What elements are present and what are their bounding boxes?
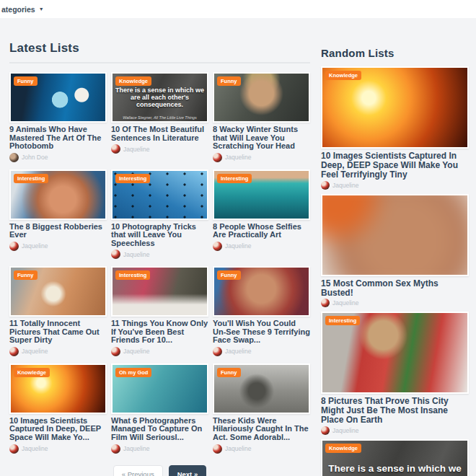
author-name[interactable]: Jaqueline [123,348,149,355]
card-image-link[interactable]: Funny [213,363,310,414]
card-title[interactable]: 11 Things You Know Only If You've Been B… [111,319,208,345]
card-image-link[interactable]: Oh my God [111,363,208,414]
author-name[interactable]: Jaqueline [332,427,358,434]
card-image-link[interactable]: Knowledge There is a sense in which we a… [111,72,208,123]
card-image-link[interactable]: Interesting [111,169,208,220]
card-image-link[interactable]: Interesting [9,169,107,220]
chevron-down-icon: ▼ [39,6,44,12]
avatar [213,444,222,454]
card-image: Funny [11,268,105,315]
avatar [111,250,120,259]
card-title[interactable]: You'll Wish You Could Un-See These 9 Ter… [213,319,310,345]
category-badge[interactable]: Knowledge [115,76,151,86]
category-badge[interactable]: Interesting [217,174,252,183]
category-badge[interactable]: Funny [14,76,38,86]
author-name[interactable]: Jaqueline [22,445,48,452]
card-image-link[interactable]: Funny [213,266,310,317]
card-title[interactable]: 8 Pictures That Prove This City Might Ju… [321,397,469,426]
card-title[interactable]: These Kids Were Hilariously Caught In Th… [213,417,310,442]
card-image-link[interactable]: Funny [9,72,107,123]
author-name[interactable]: Jaqueline [225,154,251,161]
list-card: Knowledge There is a sense in which we a… [111,72,208,162]
card-title[interactable]: 10 Photography Tricks that will Leave Yo… [111,223,208,248]
category-badge[interactable]: Funny [217,368,241,377]
card-image-link[interactable]: Interesting [111,266,208,317]
card-title[interactable]: The 8 Biggest Robberies Ever [9,223,107,239]
author-row: Jaqueline [9,444,107,454]
list-card: Funny 8 Wacky Winter Stunts that Will Le… [213,72,310,162]
card-image-link[interactable]: Funny [9,266,107,317]
category-badge[interactable]: Interesting [14,174,48,183]
author-row: Jaqueline [111,444,208,454]
category-badge[interactable]: Funny [217,76,241,86]
author-name[interactable]: Jaqueline [225,445,251,452]
list-card: Funny You'll Wish You Could Un-See These… [213,266,310,356]
card-image-link[interactable]: Interesting [321,312,469,394]
list-card: Interesting 10 Photography Tricks that w… [111,169,208,260]
card-image: Interesting [113,268,207,315]
list-card: Funny These Kids Were Hilariously Caught… [213,363,310,454]
category-badge[interactable]: Interesting [325,316,360,325]
avatar [321,299,330,307]
author-name[interactable]: John Doe [22,154,48,161]
latest-lists-grid: Funny 9 Animals Who Have Mastered The Ar… [9,72,310,454]
card-image-link[interactable]: Knowledge [9,363,107,414]
category-badge[interactable]: Funny [14,270,38,280]
section-divider [9,62,310,63]
next-page-button[interactable]: Next » [169,465,207,476]
card-title[interactable]: 10 Images Scientists Captured In Deep, D… [321,151,469,180]
card-title[interactable]: 8 People Whose Selfies Are Practically A… [213,223,310,239]
category-badge[interactable]: Knowledge [325,444,361,453]
categories-menu-toggle[interactable]: ategories ▼ [1,5,44,14]
category-badge[interactable]: Interesting [115,174,150,183]
card-image: Interesting [214,171,309,219]
avatar [213,242,222,251]
category-badge[interactable]: Oh my God [115,368,151,377]
sidebar-list-card: 15 Most Common Sex Myths Busted! Jaqueli… [321,194,469,307]
category-badge[interactable]: Interesting [115,270,150,280]
avatar [9,242,19,251]
sidebar-list-card: Knowledge 10 Images Scientists Captured … [321,66,469,190]
author-name[interactable]: Jaqueline [22,242,48,250]
author-name[interactable]: Jaqueline [123,146,149,153]
card-title[interactable]: 10 Of The Most Beautiful Sentences In Li… [111,125,208,142]
card-title[interactable]: 8 Wacky Winter Stunts that Will Leave Yo… [213,125,310,151]
card-image-link[interactable] [321,194,469,276]
author-name[interactable]: Jaqueline [123,445,149,452]
card-image-link[interactable]: Knowledge There is a sense in which we a… [321,439,469,476]
author-name[interactable]: Jaqueline [22,348,48,355]
card-title[interactable]: 10 Images Scientists Captured In Deep, D… [9,417,107,442]
card-image: Knowledge There is a sense in which we a… [113,74,207,121]
avatar [111,444,120,454]
card-image: Funny [214,74,309,121]
category-badge[interactable]: Funny [217,270,241,280]
previous-page-button[interactable]: « Previous [113,465,163,476]
author-row: Jaqueline [321,299,469,307]
card-title[interactable]: 15 Most Common Sex Myths Busted! [321,279,469,298]
author-row: Jaqueline [213,153,310,162]
card-image-link[interactable]: Knowledge [321,66,469,149]
author-row: Jaqueline [111,250,208,259]
category-badge[interactable]: Knowledge [14,368,50,377]
avatar [111,347,120,356]
card-image-link[interactable]: Funny [213,72,310,123]
card-image: Funny [11,74,105,121]
author-name[interactable]: Jaqueline [225,348,251,355]
quote-attribution: Wallace Stegner, All The Little Live Thi… [113,115,207,120]
card-title[interactable]: What 6 Photographers Managed To Capture … [111,417,208,442]
list-card: Interesting The 8 Biggest Robberies Ever… [9,169,107,260]
card-image: Interesting [11,171,105,219]
quote-text: There is a sense in which we are all eac… [325,464,465,476]
author-row: Jaqueline [321,182,469,190]
author-name[interactable]: Jaqueline [332,182,358,189]
author-name[interactable]: Jaqueline [332,299,358,307]
blurred-photo [322,195,467,275]
card-image-link[interactable]: Interesting [213,169,310,220]
author-row: Jaqueline [321,427,469,435]
sidebar-list-card: Knowledge There is a sense in which we a… [321,439,469,476]
author-name[interactable]: Jaqueline [225,242,251,250]
card-title[interactable]: 9 Animals Who Have Mastered The Art Of T… [9,125,107,151]
author-name[interactable]: Jaqueline [123,251,149,258]
card-title[interactable]: 11 Totally Innocent Pictures That Came O… [9,319,107,345]
category-badge[interactable]: Knowledge [325,71,361,80]
